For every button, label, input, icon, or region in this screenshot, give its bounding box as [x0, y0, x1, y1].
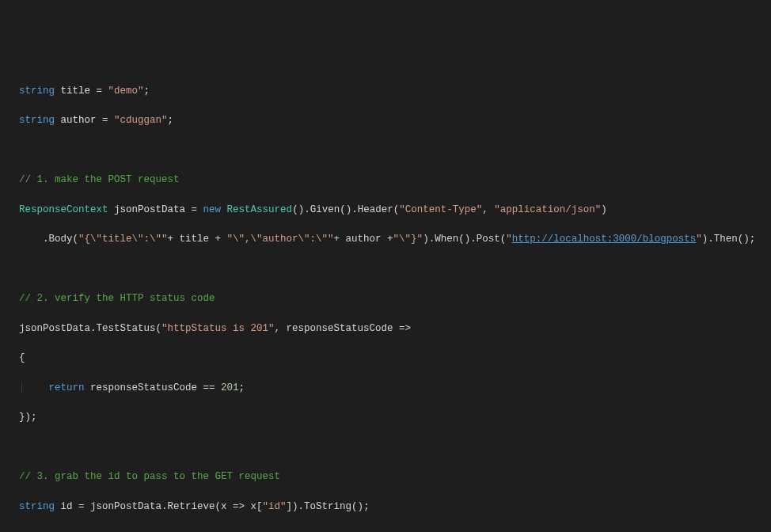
comment-line: // 2. verify the HTTP status code — [19, 291, 766, 306]
code-line — [19, 440, 766, 455]
code-line: │ return responseStatusCode == 201; — [19, 381, 766, 396]
code-line: string title = "demo"; — [19, 84, 766, 99]
comment-line: // 1. make the POST request — [19, 173, 766, 188]
url-link[interactable]: http://localhost:3000/blogposts — [512, 234, 697, 245]
code-line: jsonPostData.TestStatus("httpStatus is 2… — [19, 321, 766, 336]
code-line — [19, 143, 766, 158]
comment-line: // 3. grab the id to pass to the GET req… — [19, 469, 766, 484]
code-line: { — [19, 351, 766, 366]
code-line: .Body("{\"title\":\""+ title + "\",\"aut… — [19, 232, 766, 247]
code-line — [19, 262, 766, 277]
code-line: }); — [19, 410, 766, 425]
code-line — [19, 529, 766, 532]
code-line: string id = jsonPostData.Retrieve(x => x… — [19, 500, 766, 515]
code-line: string author = "cduggan"; — [19, 113, 766, 128]
code-editor[interactable]: string title = "demo"; string author = "… — [19, 69, 766, 532]
code-line: ResponseContext jsonPostData = new RestA… — [19, 203, 766, 218]
